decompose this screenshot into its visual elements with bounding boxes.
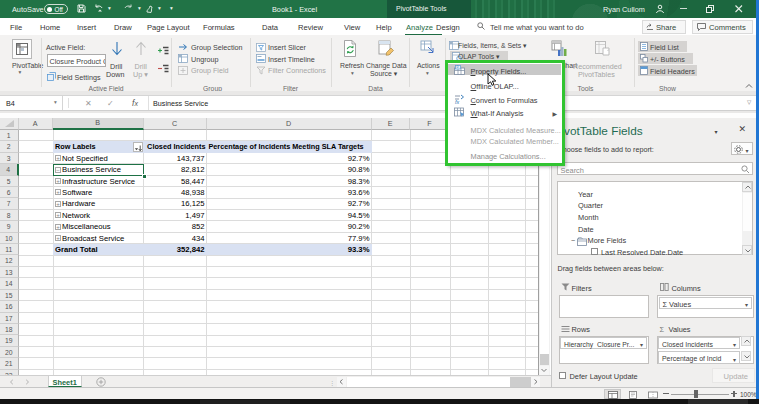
svg-text:fx: fx [455,99,460,105]
svg-text:0: 0 [456,65,458,69]
